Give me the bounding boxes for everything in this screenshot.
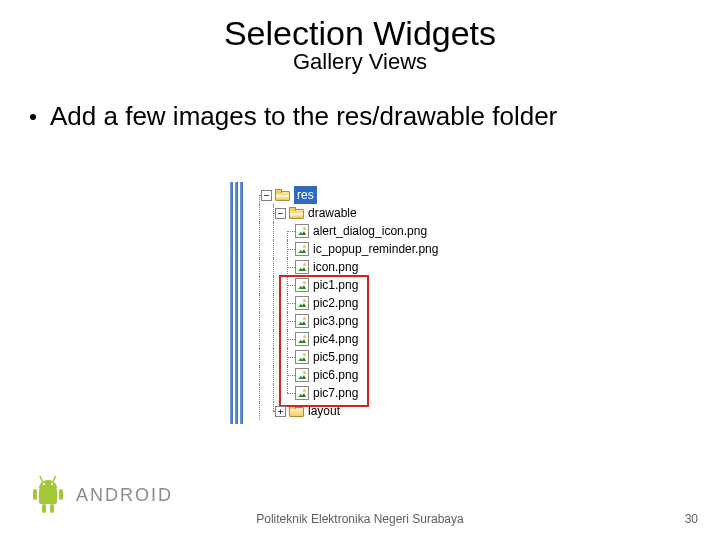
explorer-left-strip [230, 182, 233, 424]
image-file-icon [295, 224, 309, 238]
tree-node-file: alert_dialog_icon.png [253, 222, 438, 240]
image-file-icon [295, 278, 309, 292]
tree-connector [281, 294, 295, 312]
tree-connector [281, 330, 295, 348]
tree-node-file: pic6.png [253, 366, 438, 384]
bullet-text: Add a few images to the res/drawable fol… [50, 101, 557, 132]
image-file-icon [295, 332, 309, 346]
tree-connector [281, 222, 295, 240]
collapse-icon: − [275, 208, 286, 219]
tree-node-layout: + layout [253, 402, 438, 420]
svg-rect-5 [39, 476, 43, 482]
image-file-icon [295, 260, 309, 274]
svg-point-8 [51, 483, 53, 485]
svg-rect-6 [52, 476, 56, 482]
tree-label: pic7.png [313, 384, 358, 402]
image-file-icon [295, 350, 309, 364]
folder-open-icon [289, 207, 304, 219]
explorer-tree-screenshot: − res − drawable alert_dialog_icon.png i… [230, 182, 438, 424]
slide-subtitle: Gallery Views [0, 49, 720, 75]
android-wordmark: ANDROID [76, 485, 173, 506]
tree-node-drawable: − drawable [253, 204, 438, 222]
image-file-icon [295, 386, 309, 400]
image-file-icon [295, 314, 309, 328]
svg-rect-2 [59, 489, 63, 500]
svg-rect-0 [39, 488, 57, 504]
tree-label: pic5.png [313, 348, 358, 366]
android-logo: ANDROID [30, 474, 173, 516]
tree-label: icon.png [313, 258, 358, 276]
tree-label: pic6.png [313, 366, 358, 384]
tree-node-file: pic1.png [253, 276, 438, 294]
tree-node-file: icon.png [253, 258, 438, 276]
image-file-icon [295, 368, 309, 382]
tree-label: pic4.png [313, 330, 358, 348]
tree-connector [281, 366, 295, 384]
tree-label: alert_dialog_icon.png [313, 222, 427, 240]
tree-node-file: pic4.png [253, 330, 438, 348]
tree-connector [281, 384, 295, 402]
tree-connector [281, 276, 295, 294]
tree-label: ic_popup_reminder.png [313, 240, 438, 258]
image-file-icon [295, 296, 309, 310]
tree-label: res [294, 186, 317, 204]
expand-icon: + [275, 406, 286, 417]
page-number: 30 [685, 512, 698, 526]
image-file-icon [295, 242, 309, 256]
tree-connector [253, 204, 267, 222]
tree-node-file: pic2.png [253, 294, 438, 312]
explorer-left-strip [235, 182, 238, 424]
tree-label: pic2.png [313, 294, 358, 312]
tree-node-res: − res [253, 186, 438, 204]
tree: − res − drawable alert_dialog_icon.png i… [253, 182, 438, 424]
tree-connector [281, 312, 295, 330]
tree-node-file: ic_popup_reminder.png [253, 240, 438, 258]
tree-label: layout [308, 402, 340, 420]
folder-open-icon [275, 189, 290, 201]
tree-connector [281, 348, 295, 366]
slide-title: Selection Widgets [0, 14, 720, 53]
folder-icon [289, 405, 304, 417]
tree-connector [281, 258, 295, 276]
bullet-dot-icon [30, 114, 36, 120]
bullet-item: Add a few images to the res/drawable fol… [30, 101, 720, 132]
footer-text: Politeknik Elektronika Negeri Surabaya [0, 512, 720, 526]
collapse-icon: − [261, 190, 272, 201]
tree-node-file: pic5.png [253, 348, 438, 366]
svg-point-7 [43, 483, 45, 485]
svg-rect-1 [33, 489, 37, 500]
tree-label: pic3.png [313, 312, 358, 330]
explorer-left-strip [240, 182, 243, 424]
tree-label: pic1.png [313, 276, 358, 294]
tree-node-file: pic3.png [253, 312, 438, 330]
tree-node-file: pic7.png [253, 384, 438, 402]
tree-label: drawable [308, 204, 357, 222]
tree-connector [281, 240, 295, 258]
android-robot-icon [30, 474, 66, 516]
